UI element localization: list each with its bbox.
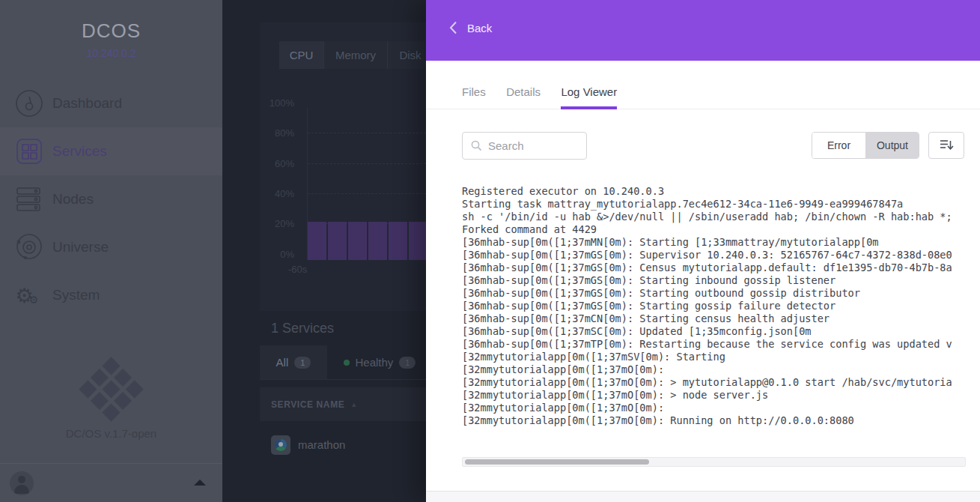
sidebar-item-universe[interactable]: Universe [0,223,222,271]
horizontal-scrollbar[interactable] [462,457,966,467]
service-row-marathon[interactable]: marathon [260,421,426,468]
y-axis-tick: 80% [222,127,294,139]
sidebar-item-label: Dashboard [52,95,122,112]
log-output[interactable]: Registered executor on 10.240.0.3 Starti… [462,185,967,432]
service-name: marathon [298,438,345,451]
sort-asc-icon: ▲ [350,401,357,408]
download-log-button[interactable] [928,132,964,159]
output-toggle-button[interactable]: Output [865,133,919,158]
sidebar-item-label: Services [52,143,107,160]
filter-tab-healthy[interactable]: Healthy 1 [327,345,426,379]
search-icon [471,140,482,151]
log-controls: Error Output [426,132,980,160]
dcos-diamond-logo [79,357,143,421]
cpu-bar [409,222,426,260]
sidebar-item-nodes[interactable]: Nodes [0,175,222,223]
cpu-bar [328,222,347,260]
search-input[interactable] [488,139,578,152]
tab-details[interactable]: Details [506,85,541,109]
sidebar-item-services[interactable]: Services [0,127,222,175]
error-toggle-button[interactable]: Error [812,133,865,158]
tab-cpu[interactable]: CPU [279,41,324,69]
task-detail-panel: Back Files Details Log Viewer Error Outp… [426,0,980,502]
x-axis-tick: -60s [288,264,307,275]
log-stream-toggle: Error Output [812,132,919,159]
download-log-icon [939,138,954,153]
caret-up-icon [194,480,206,486]
count-badge: 1 [294,357,311,369]
healthy-dot-icon [344,360,350,366]
service-filter-tabs: All 1 Healthy 1 [260,345,426,380]
sidebar-item-label: System [52,287,100,303]
count-badge: 1 [399,357,416,369]
panel-header: Back [426,0,980,61]
sidebar: DCOS 10.240.0.2 Dashboard Services Nodes [0,0,222,502]
cluster-ip: 10.240.0.2 [0,47,222,59]
filter-label: All [276,356,289,369]
cpu-bar [348,222,367,260]
sidebar-item-label: Nodes [52,191,94,208]
y-axis-tick: 60% [222,158,294,169]
back-label: Back [467,22,492,34]
gauge-icon [14,88,44,118]
sidebar-nav: Dashboard Services Nodes Universe ⚙⚙ Sys… [0,79,222,319]
filter-label: Healthy [356,356,394,369]
tab-files[interactable]: Files [462,85,486,109]
services-count-heading: 1 Services [271,321,334,336]
cpu-bar [389,222,407,260]
panel-tabs: Files Details Log Viewer [426,85,980,109]
sidebar-item-dashboard[interactable]: Dashboard [0,79,222,127]
scrollbar-thumb[interactable] [465,459,649,465]
panel-footer [426,491,980,502]
planet-icon [14,232,44,262]
y-axis-tick: 40% [222,188,294,199]
brand: DCOS 10.240.0.2 [0,0,222,59]
tab-disk[interactable]: Disk [388,41,426,69]
servers-icon [14,184,44,214]
sidebar-item-system[interactable]: ⚙⚙ System [0,271,222,319]
tab-memory[interactable]: Memory [324,41,388,69]
back-button[interactable]: Back [449,21,492,34]
filter-tab-all[interactable]: All 1 [260,345,327,379]
version-label: DC/OS v.1.7-open [0,427,222,440]
search-box [462,132,587,160]
cpu-usage-bars [308,108,426,260]
grid-icon [14,136,44,166]
user-menu[interactable] [0,463,222,502]
column-header-label: SERVICE NAME [271,399,344,410]
gears-icon: ⚙⚙ [14,280,44,310]
y-axis-tick: 0% [222,249,294,260]
y-axis-tick: 20% [222,218,294,229]
brand-title: DCOS [0,19,222,43]
cpu-bar [368,222,387,260]
marathon-icon [271,435,290,455]
services-page-background: CPU Memory Disk 100% 80% 60% 40% 20% 0% … [222,0,426,502]
tab-log-viewer[interactable]: Log Viewer [561,85,617,109]
table-header-service-name[interactable]: SERVICE NAME ▲ [260,387,426,421]
resource-tabs: CPU Memory Disk [279,41,426,69]
avatar [10,471,34,495]
cpu-bar [308,222,326,260]
sidebar-item-label: Universe [52,239,109,255]
y-axis-tick: 100% [222,97,294,109]
chevron-left-icon [449,21,457,34]
